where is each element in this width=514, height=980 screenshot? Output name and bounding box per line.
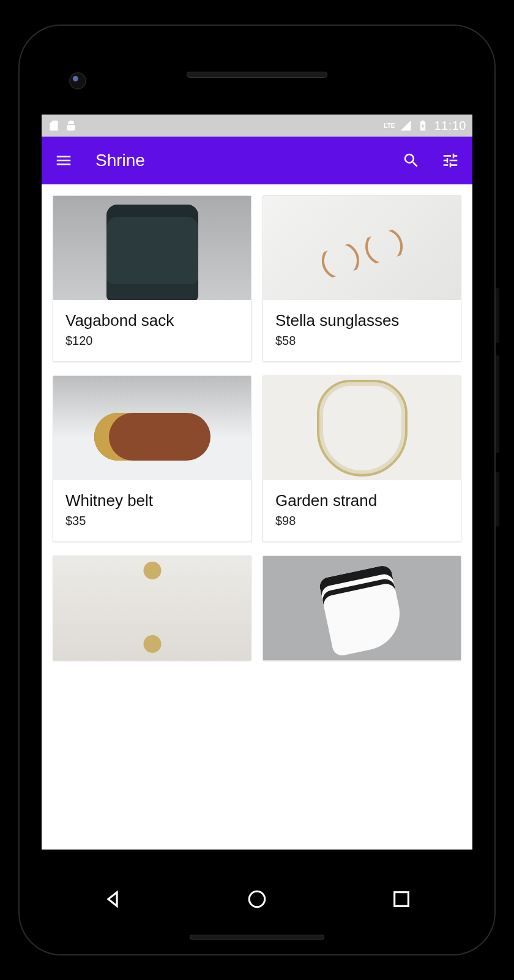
app-bar: Shrine <box>42 137 472 184</box>
phone-front-camera <box>70 74 85 88</box>
phone-bottom-speaker <box>190 935 324 940</box>
android-debug-icon <box>65 119 77 132</box>
filter-button[interactable] <box>438 148 463 173</box>
product-price: $35 <box>65 514 239 528</box>
product-image <box>53 556 251 660</box>
product-grid: Vagabond sack$120Stella sunglasses$58Whi… <box>53 195 461 661</box>
android-status-bar: LTE 11:10 <box>42 115 472 137</box>
svg-rect-1 <box>395 892 409 907</box>
phone-side-button <box>496 355 499 453</box>
nav-home-button[interactable] <box>247 889 267 912</box>
product-name: Stella sunglasses <box>275 311 449 330</box>
product-card-body: Garden strand$98 <box>263 480 461 541</box>
product-card[interactable] <box>263 556 461 661</box>
tune-icon <box>441 151 460 170</box>
product-card-body: Vagabond sack$120 <box>53 300 251 361</box>
phone-screen: LTE 11:10 Shrine Vagabond sack$120Stella… <box>42 115 472 850</box>
nav-recent-button[interactable] <box>391 889 412 912</box>
battery-charging-icon <box>417 119 429 132</box>
product-image <box>263 556 461 660</box>
hamburger-menu-icon <box>54 151 73 170</box>
network-type-label: LTE <box>384 123 395 129</box>
phone-device-frame: LTE 11:10 Shrine Vagabond sack$120Stella… <box>18 24 496 956</box>
search-icon <box>402 151 420 170</box>
product-price: $98 <box>275 514 449 528</box>
product-card[interactable] <box>53 556 251 661</box>
phone-side-button <box>496 472 499 527</box>
phone-earpiece <box>187 72 327 78</box>
product-price: $58 <box>275 334 449 348</box>
android-navigation-bar <box>40 879 474 922</box>
product-price: $120 <box>65 334 239 348</box>
status-bar-clock: 11:10 <box>434 119 466 133</box>
product-card[interactable]: Vagabond sack$120 <box>53 195 251 362</box>
product-image <box>263 376 461 480</box>
product-card[interactable]: Whitney belt$35 <box>53 375 251 542</box>
menu-button[interactable] <box>51 148 76 173</box>
product-card[interactable]: Garden strand$98 <box>263 375 461 542</box>
back-triangle-icon <box>102 889 123 910</box>
product-name: Whitney belt <box>65 491 239 510</box>
product-name: Vagabond sack <box>65 311 239 330</box>
search-button[interactable] <box>399 148 423 173</box>
recent-square-icon <box>391 889 412 910</box>
nav-back-button[interactable] <box>102 889 123 912</box>
phone-side-button <box>496 288 499 343</box>
product-card-body: Stella sunglasses$58 <box>263 300 461 361</box>
product-card-body: Whitney belt$35 <box>53 480 251 541</box>
cell-signal-icon <box>400 119 412 132</box>
product-name: Garden strand <box>275 491 449 510</box>
sd-card-icon <box>48 119 60 132</box>
svg-point-0 <box>249 891 265 907</box>
product-card[interactable]: Stella sunglasses$58 <box>263 195 461 362</box>
product-image <box>53 196 251 300</box>
product-image <box>53 376 251 480</box>
product-image <box>263 196 461 300</box>
app-title: Shrine <box>95 151 145 170</box>
product-grid-container: Vagabond sack$120Stella sunglasses$58Whi… <box>42 184 472 850</box>
home-circle-icon <box>247 889 267 910</box>
